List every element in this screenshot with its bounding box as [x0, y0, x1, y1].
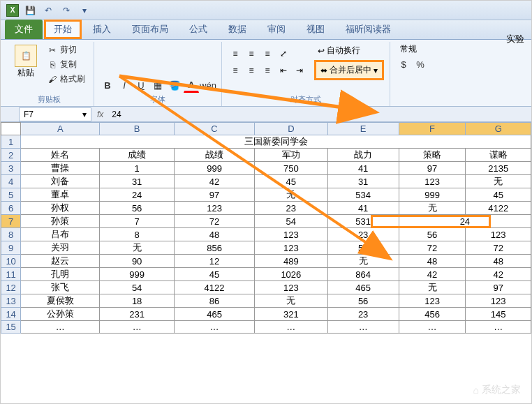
- paste-button[interactable]: 📋 粘贴: [10, 43, 41, 86]
- cell[interactable]: 无: [255, 188, 327, 202]
- cell[interactable]: 54: [327, 241, 399, 255]
- row-header[interactable]: 3: [1, 162, 21, 175]
- cell[interactable]: 张飞: [21, 281, 100, 294]
- row-header[interactable]: 7: [1, 215, 21, 228]
- cell[interactable]: 23: [255, 202, 327, 215]
- cell[interactable]: 24: [399, 215, 531, 228]
- cell[interactable]: 24: [100, 188, 175, 202]
- cell[interactable]: …: [174, 321, 254, 334]
- row-header[interactable]: 11: [1, 268, 21, 281]
- cell[interactable]: 145: [466, 308, 531, 321]
- row-header[interactable]: 2: [1, 149, 21, 162]
- cell[interactable]: 23: [327, 228, 399, 241]
- cell[interactable]: 999: [174, 162, 254, 175]
- cell[interactable]: 72: [466, 241, 531, 255]
- cell[interactable]: 42: [466, 268, 531, 281]
- cell[interactable]: 54: [255, 215, 327, 228]
- cell[interactable]: 123: [255, 241, 327, 255]
- row-header[interactable]: 1: [1, 135, 21, 149]
- cell[interactable]: 战绩: [174, 149, 254, 162]
- cell[interactable]: 吕布: [21, 228, 100, 241]
- font-color-button[interactable]: A: [184, 77, 199, 93]
- cell[interactable]: 45: [255, 175, 327, 188]
- cell[interactable]: …: [21, 321, 100, 334]
- bold-button[interactable]: B: [100, 77, 115, 93]
- cell[interactable]: 无: [466, 175, 531, 188]
- cell[interactable]: 456: [399, 308, 466, 321]
- tab-file[interactable]: 文件: [5, 20, 43, 39]
- cell[interactable]: 48: [466, 255, 531, 268]
- row-header[interactable]: 8: [1, 228, 21, 241]
- cell[interactable]: 军功: [255, 149, 327, 162]
- formula-bar-value[interactable]: 24: [108, 110, 121, 119]
- number-format-select[interactable]: 常规: [396, 43, 428, 55]
- cell[interactable]: 999: [399, 188, 466, 202]
- cell[interactable]: 97: [466, 281, 531, 294]
- cell[interactable]: 7: [100, 215, 175, 228]
- cell[interactable]: 750: [255, 162, 327, 175]
- cell[interactable]: 2135: [466, 162, 531, 175]
- tab-home[interactable]: 开始: [44, 20, 82, 39]
- cell[interactable]: …: [255, 321, 327, 334]
- row-header[interactable]: 6: [1, 202, 21, 215]
- tab-insert[interactable]: 插入: [83, 20, 121, 39]
- cell[interactable]: 策略: [399, 149, 466, 162]
- align-middle-button[interactable]: ≡: [244, 46, 259, 61]
- cell[interactable]: 864: [327, 268, 399, 281]
- cell[interactable]: 无: [399, 281, 466, 294]
- qat-save-button[interactable]: 💾: [23, 3, 37, 17]
- col-header-D[interactable]: D: [255, 123, 327, 135]
- tab-page-layout[interactable]: 页面布局: [122, 20, 178, 39]
- align-bottom-button[interactable]: ≡: [260, 46, 275, 61]
- cell[interactable]: 41: [327, 162, 399, 175]
- orientation-button[interactable]: ⤢: [276, 46, 291, 61]
- row-header[interactable]: 14: [1, 308, 21, 321]
- cut-button[interactable]: ✂ 剪切: [44, 43, 88, 57]
- cell[interactable]: 18: [100, 294, 175, 308]
- cell[interactable]: 123: [255, 281, 327, 294]
- cell[interactable]: 41: [327, 202, 399, 215]
- col-header-B[interactable]: B: [100, 123, 175, 135]
- cell[interactable]: 123: [466, 228, 531, 241]
- cell[interactable]: 321: [255, 308, 327, 321]
- cell[interactable]: 谋略: [466, 149, 531, 162]
- align-top-button[interactable]: ≡: [228, 46, 243, 61]
- title-cell[interactable]: 三国新委同学会: [21, 135, 531, 149]
- cell[interactable]: 1026: [255, 268, 327, 281]
- row-header[interactable]: 10: [1, 255, 21, 268]
- percent-button[interactable]: %: [413, 57, 428, 72]
- col-header-F[interactable]: F: [399, 123, 466, 135]
- border-button[interactable]: ▦: [150, 77, 165, 93]
- underline-button[interactable]: U: [133, 77, 149, 93]
- spreadsheet-table[interactable]: A B C D E F G 1 三国新委同学会 2 姓名 成绩 战绩 军功 战力…: [1, 122, 531, 334]
- row-header[interactable]: 13: [1, 294, 21, 308]
- cell[interactable]: 12: [174, 255, 254, 268]
- cell[interactable]: 姓名: [21, 149, 100, 162]
- cell[interactable]: 42: [174, 175, 254, 188]
- cell[interactable]: 999: [100, 268, 175, 281]
- col-header-A[interactable]: A: [21, 123, 100, 135]
- cell[interactable]: 夏侯敦: [21, 294, 100, 308]
- cell[interactable]: 56: [399, 228, 466, 241]
- cell[interactable]: 465: [327, 281, 399, 294]
- indent-increase-button[interactable]: ⇥: [292, 63, 307, 78]
- cell[interactable]: 公孙策: [21, 308, 100, 321]
- cell[interactable]: 534: [327, 188, 399, 202]
- row-header[interactable]: 15: [1, 321, 21, 334]
- cell[interactable]: 90: [100, 255, 175, 268]
- cell[interactable]: 1: [100, 162, 175, 175]
- cell[interactable]: 董卓: [21, 188, 100, 202]
- cell[interactable]: 无: [327, 255, 399, 268]
- cell[interactable]: 孙权: [21, 202, 100, 215]
- tab-data[interactable]: 数据: [219, 20, 256, 39]
- wrap-text-button[interactable]: ↩ 自动换行: [314, 43, 384, 58]
- align-right-button[interactable]: ≡: [260, 63, 275, 78]
- cell[interactable]: 97: [399, 162, 466, 175]
- format-painter-button[interactable]: 🖌 格式刷: [44, 73, 88, 86]
- cell[interactable]: 123: [174, 202, 254, 215]
- currency-button[interactable]: $: [396, 57, 411, 72]
- cell[interactable]: 86: [174, 294, 254, 308]
- cell[interactable]: 4122: [466, 202, 531, 215]
- tab-view[interactable]: 视图: [297, 20, 334, 39]
- cell[interactable]: 曹操: [21, 162, 100, 175]
